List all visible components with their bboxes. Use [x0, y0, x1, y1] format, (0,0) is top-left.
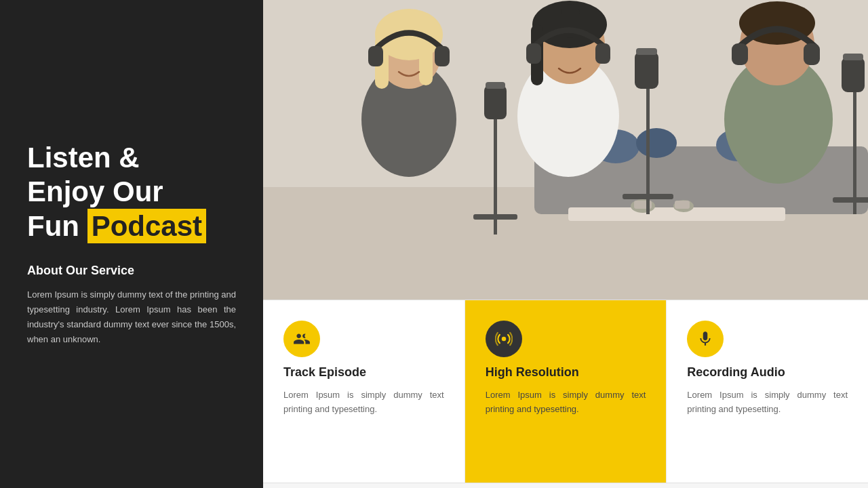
- sidebar: Listen & Enjoy Our Fun Podcast About Our…: [0, 0, 263, 488]
- title-line3-plain: Fun: [27, 210, 87, 242]
- people-icon: [293, 330, 311, 348]
- title-line1: Listen &: [27, 142, 140, 174]
- track-episode-text: Lorem Ipsum is simply dummy text printin…: [283, 388, 444, 417]
- recording-audio-text: Lorem Ipsum is simply dummy text printin…: [687, 388, 848, 417]
- card-high-resolution: High Resolution Lorem Ipsum is simply du…: [465, 300, 667, 483]
- track-episode-title: Track Episode: [283, 365, 444, 380]
- title-line2: Enjoy Our: [27, 176, 163, 207]
- svg-rect-42: [263, 0, 868, 300]
- recording-audio-icon-wrap: [687, 321, 724, 357]
- high-resolution-text: Lorem Ipsum is simply dummy text printin…: [486, 388, 646, 417]
- title-highlight: Podcast: [87, 209, 206, 243]
- high-resolution-icon-wrap: [486, 321, 522, 357]
- svg-point-44: [501, 337, 506, 342]
- main-title: Listen & Enjoy Our Fun Podcast: [27, 141, 236, 243]
- right-content: Track Episode Lorem Ipsum is simply dumm…: [263, 0, 868, 488]
- recording-audio-title: Recording Audio: [687, 365, 848, 380]
- hero-illustration: [263, 0, 868, 300]
- about-text: Lorem Ipsum is simply dummy text of the …: [27, 287, 236, 347]
- about-heading: About Our Service: [27, 264, 236, 278]
- bottom-bar: [263, 483, 868, 488]
- svg-point-43: [304, 333, 309, 338]
- card-track-episode: Track Episode Lorem Ipsum is simply dumm…: [263, 300, 465, 483]
- hero-image: [263, 0, 868, 300]
- radio-waves-icon: [495, 330, 513, 348]
- microphone-icon: [696, 330, 714, 348]
- high-resolution-title: High Resolution: [486, 365, 646, 380]
- cards-row: Track Episode Lorem Ipsum is simply dumm…: [263, 300, 868, 483]
- card-recording-audio: Recording Audio Lorem Ipsum is simply du…: [667, 300, 868, 483]
- track-episode-icon-wrap: [283, 321, 320, 357]
